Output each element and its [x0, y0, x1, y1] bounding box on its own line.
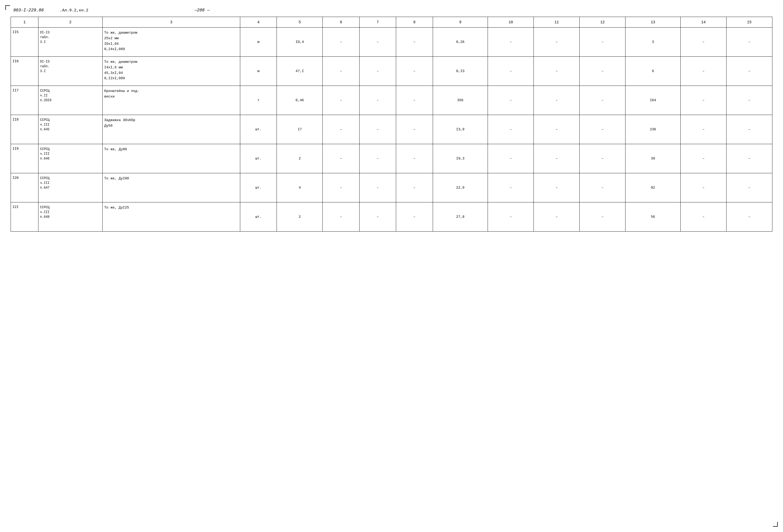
- cell-row3-col14: –: [680, 115, 726, 144]
- cell-row5-col3: То же, ДуІ00: [103, 173, 240, 202]
- cell-row4-col5: 2: [277, 144, 323, 173]
- page-corner-br: [773, 522, 778, 527]
- col-header-6: 6: [323, 17, 359, 28]
- cell-row0-col2: ОI-ІЗ табл. 3.І: [38, 28, 102, 57]
- cell-row4-col3: То же, Ду80: [103, 144, 240, 173]
- col-header-9: 9: [433, 17, 488, 28]
- cell-row1-col12: –: [580, 57, 626, 86]
- cell-row1-col10: –: [488, 57, 534, 86]
- cell-row6-col10: –: [488, 202, 534, 232]
- doc-number: 903-I-229.86: [13, 8, 44, 13]
- cell-row0-col8: –: [396, 28, 433, 57]
- cell-row4-col4: шт.: [240, 144, 277, 173]
- cell-row4-col15: –: [726, 144, 772, 173]
- cell-row2-col7: –: [359, 86, 396, 115]
- cell-row4-col12: –: [580, 144, 626, 173]
- cell-row2-col6: –: [323, 86, 359, 115]
- cell-row4-col2: ССРСЦ ч.ІІІ п.646: [38, 144, 102, 173]
- cell-row2-col14: –: [680, 86, 726, 115]
- cell-row2-col3: Кронштейны и под- вески: [103, 86, 240, 115]
- cell-row3-col11: –: [534, 115, 580, 144]
- cell-row3-col5: І7: [277, 115, 323, 144]
- cell-row0-col15: –: [726, 28, 772, 57]
- cell-row6-col3: То же, ДуІ25: [103, 202, 240, 232]
- cell-row1-col11: –: [534, 57, 580, 86]
- cell-row6-col2: ССРСЦ ч.ІІІ п.648: [38, 202, 102, 232]
- cell-row1-col9: 0,ІЗ: [433, 57, 488, 86]
- cell-row6-col11: –: [534, 202, 580, 232]
- cell-row5-col12: –: [580, 173, 626, 202]
- cell-row6-col14: –: [680, 202, 726, 232]
- cell-row2-col2: ССРСЦ ч.ІІ п.2ОI9: [38, 86, 102, 115]
- cell-row5-col14: –: [680, 173, 726, 202]
- cell-row1-col2: ОI-ІЗ табл. 3.І: [38, 57, 102, 86]
- table-row: І20ССРСЦ ч.ІІІ п.647То же, ДуІ00шт.4–––2…: [11, 173, 773, 202]
- cell-row1-col5: 47,І: [277, 57, 323, 86]
- cell-row3-col1: II8: [11, 115, 38, 144]
- cell-row2-col13: I64: [626, 86, 681, 115]
- cell-row3-col9: ІЗ,9: [433, 115, 488, 144]
- cell-row1-col7: –: [359, 57, 396, 86]
- col-header-5: 5: [277, 17, 323, 28]
- cell-row5-col4: шт.: [240, 173, 277, 202]
- cell-row6-col4: шт.: [240, 202, 277, 232]
- cell-row2-col1: II7: [11, 86, 38, 115]
- cell-row2-col5: 0,46: [277, 86, 323, 115]
- cell-row0-col6: –: [323, 28, 359, 57]
- table-row: II8ССРСЦ ч.ІІІ п.645Задвижка ЗОч6бр Ду50…: [11, 115, 773, 144]
- cell-row1-col4: м: [240, 57, 277, 86]
- col-header-4: 4: [240, 17, 277, 28]
- cell-row5-col9: 22,9: [433, 173, 488, 202]
- cell-row1-col8: –: [396, 57, 433, 86]
- cell-row3-col13: 236: [626, 115, 681, 144]
- cell-row6-col6: –: [323, 202, 359, 232]
- cell-row0-col3: То же, диаметром 25х2 мм IОхI,04 0,24хI,…: [103, 28, 240, 57]
- cell-row0-col5: IO,4: [277, 28, 323, 57]
- cell-row3-col15: –: [726, 115, 772, 144]
- cell-row0-col1: II5: [11, 28, 38, 57]
- table-row: II9ССРСЦ ч.ІІІ п.646То же, Ду80шт.2–––І9…: [11, 144, 773, 173]
- cell-row0-col4: м: [240, 28, 277, 57]
- table-row: II7ССРСЦ ч.ІІ п.2ОI9Кронштейны и под- ве…: [11, 86, 773, 115]
- col-header-12: 12: [580, 17, 626, 28]
- col-header-8: 8: [396, 17, 433, 28]
- cell-row4-col9: І9,3: [433, 144, 488, 173]
- table-row: II5ОI-ІЗ табл. 3.ІТо же, диаметром 25х2 …: [11, 28, 773, 57]
- cell-row4-col10: –: [488, 144, 534, 173]
- cell-row1-col13: 6: [626, 57, 681, 86]
- table-header-row: 1 2 3 4 5 6 7 8 9 10 11 12 13 14 15: [11, 17, 773, 28]
- cell-row4-col11: –: [534, 144, 580, 173]
- cell-row6-col13: 56: [626, 202, 681, 232]
- cell-row6-col9: 27,8: [433, 202, 488, 232]
- cell-row6-col12: –: [580, 202, 626, 232]
- cell-row2-col10: –: [488, 86, 534, 115]
- cell-row5-col8: –: [396, 173, 433, 202]
- cell-row6-col15: –: [726, 202, 772, 232]
- col-header-13: 13: [626, 17, 681, 28]
- col-header-10: 10: [488, 17, 534, 28]
- cell-row1-col1: II6: [11, 57, 38, 86]
- cell-row4-col8: –: [396, 144, 433, 173]
- page-corner-tl: [5, 5, 10, 10]
- cell-row4-col7: –: [359, 144, 396, 173]
- cell-row6-col7: –: [359, 202, 396, 232]
- cell-row5-col5: 4: [277, 173, 323, 202]
- table-row: II6ОI-ІЗ табл. 3.ІТо же, диаметром I4хI,…: [11, 57, 773, 86]
- cell-row1-col15: –: [726, 57, 772, 86]
- cell-row5-col15: –: [726, 173, 772, 202]
- cell-row2-col12: –: [580, 86, 626, 115]
- cell-row2-col8: –: [396, 86, 433, 115]
- col-header-11: 11: [534, 17, 580, 28]
- cell-row5-col10: –: [488, 173, 534, 202]
- cell-row5-col1: І20: [11, 173, 38, 202]
- cell-row2-col4: т: [240, 86, 277, 115]
- cell-row1-col14: –: [680, 57, 726, 86]
- page-number: —208 —: [194, 8, 210, 13]
- page-header: 903-I-229.86 .Ал.9.2,кн.2 —208 —: [10, 8, 773, 13]
- table-row: І2ІССРСЦ ч.ІІІ п.648То же, ДуІ25шт.2–––2…: [11, 202, 773, 232]
- cell-row0-col14: –: [680, 28, 726, 57]
- cell-row0-col9: 0,26: [433, 28, 488, 57]
- col-header-14: 14: [680, 17, 726, 28]
- cell-row3-col6: –: [323, 115, 359, 144]
- cell-row4-col1: II9: [11, 144, 38, 173]
